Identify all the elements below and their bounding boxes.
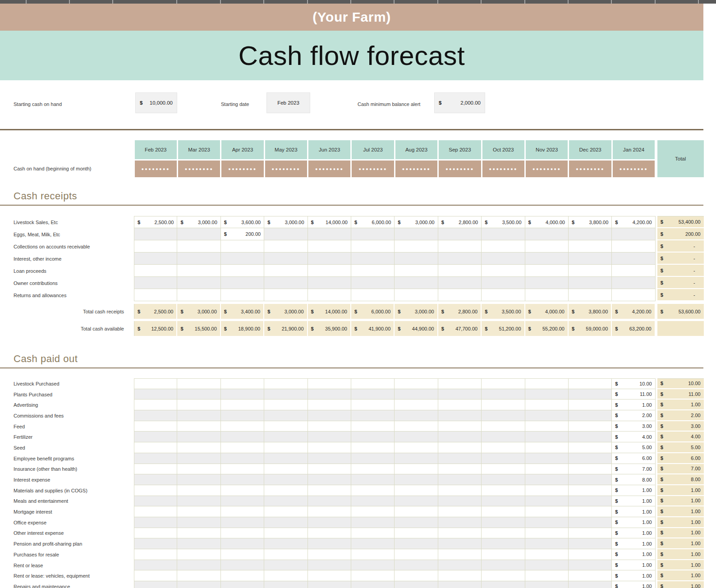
money-cell[interactable] — [134, 517, 177, 528]
cash-on-hand-value-cell[interactable]: ●●●●●●●● — [526, 161, 568, 177]
money-cell[interactable]: $1.00 — [612, 528, 655, 539]
money-cell[interactable] — [351, 442, 395, 453]
money-cell[interactable]: $2,500.00 — [134, 304, 177, 319]
money-cell[interactable] — [525, 528, 569, 539]
money-cell[interactable] — [525, 581, 569, 588]
money-cell[interactable] — [569, 581, 612, 588]
money-cell[interactable] — [395, 389, 438, 400]
money-cell[interactable] — [351, 506, 395, 517]
money-cell[interactable] — [525, 265, 569, 277]
row-total-cell[interactable]: $6.00 — [657, 453, 704, 464]
money-cell[interactable]: $41,900.00 — [351, 321, 395, 336]
money-cell[interactable] — [482, 421, 525, 432]
cash-on-hand-value-cell[interactable]: ●●●●●●●● — [265, 161, 307, 177]
money-cell[interactable] — [134, 289, 177, 301]
money-cell[interactable] — [308, 474, 351, 485]
row-total-cell[interactable]: $7.00 — [657, 464, 704, 475]
row-total-cell[interactable]: $- — [657, 253, 704, 265]
money-cell[interactable] — [569, 506, 612, 517]
money-cell[interactable]: $3,000.00 — [177, 216, 220, 228]
money-cell[interactable]: $8.00 — [612, 474, 655, 485]
money-cell[interactable] — [525, 570, 569, 581]
money-cell[interactable] — [351, 570, 395, 581]
money-cell[interactable] — [221, 253, 264, 265]
money-cell[interactable] — [482, 517, 525, 528]
money-cell[interactable] — [134, 485, 177, 496]
money-cell[interactable] — [221, 570, 264, 581]
money-cell[interactable] — [134, 464, 177, 475]
money-cell[interactable] — [482, 581, 525, 588]
money-cell[interactable] — [134, 560, 177, 571]
money-cell[interactable] — [264, 389, 308, 400]
money-cell[interactable] — [438, 581, 482, 588]
money-cell[interactable] — [525, 389, 569, 400]
money-cell[interactable] — [569, 421, 612, 432]
money-cell[interactable] — [264, 506, 308, 517]
money-cell[interactable] — [134, 432, 177, 442]
money-cell[interactable]: $10.00 — [612, 378, 655, 389]
money-cell[interactable] — [482, 277, 525, 289]
money-cell[interactable] — [221, 265, 264, 277]
money-cell[interactable]: $3,000.00 — [395, 304, 438, 319]
money-cell[interactable] — [134, 581, 177, 588]
money-cell[interactable]: $21,900.00 — [264, 321, 308, 336]
money-cell[interactable]: $4.00 — [612, 432, 655, 442]
money-cell[interactable]: $1.00 — [612, 400, 655, 410]
money-cell[interactable]: $3,000.00 — [395, 216, 438, 228]
money-cell[interactable]: $15,500.00 — [177, 321, 220, 336]
money-cell[interactable] — [308, 253, 351, 265]
money-cell[interactable] — [482, 538, 525, 549]
money-cell[interactable] — [134, 265, 177, 277]
money-cell[interactable] — [569, 432, 612, 442]
money-cell[interactable] — [438, 228, 482, 240]
money-cell[interactable] — [395, 549, 438, 560]
money-cell[interactable] — [264, 253, 308, 265]
money-cell[interactable] — [308, 378, 351, 389]
money-cell[interactable] — [264, 474, 308, 485]
money-cell[interactable] — [438, 253, 482, 265]
money-cell[interactable] — [308, 464, 351, 475]
money-cell[interactable] — [569, 228, 612, 240]
money-cell[interactable] — [308, 496, 351, 507]
money-cell[interactable] — [395, 421, 438, 432]
money-cell[interactable] — [525, 240, 569, 253]
money-cell[interactable] — [134, 410, 177, 421]
money-cell[interactable] — [482, 378, 525, 389]
money-cell[interactable] — [177, 228, 220, 240]
row-total-cell[interactable]: $8.00 — [657, 474, 704, 485]
money-cell[interactable] — [482, 289, 525, 301]
money-cell[interactable] — [438, 528, 482, 539]
money-cell[interactable] — [569, 570, 612, 581]
money-cell[interactable] — [482, 228, 525, 240]
money-cell[interactable] — [525, 400, 569, 410]
money-cell[interactable] — [395, 442, 438, 453]
row-total-cell[interactable]: $1.00 — [657, 517, 704, 528]
money-cell[interactable] — [221, 496, 264, 507]
money-cell[interactable]: $4,000.00 — [525, 216, 569, 228]
money-cell[interactable]: $1.00 — [612, 485, 655, 496]
money-cell[interactable] — [569, 474, 612, 485]
money-cell[interactable] — [134, 442, 177, 453]
money-cell[interactable] — [525, 474, 569, 485]
money-cell[interactable] — [395, 253, 438, 265]
money-cell[interactable] — [264, 538, 308, 549]
money-cell[interactable]: $7.00 — [612, 464, 655, 475]
money-cell[interactable] — [308, 453, 351, 464]
money-cell[interactable] — [569, 240, 612, 253]
money-cell[interactable] — [308, 442, 351, 453]
money-cell[interactable] — [134, 453, 177, 464]
money-cell[interactable] — [395, 277, 438, 289]
money-cell[interactable]: $1.00 — [612, 560, 655, 571]
money-cell[interactable] — [177, 496, 220, 507]
cash-on-hand-value-cell[interactable]: ●●●●●●●● — [352, 161, 394, 177]
money-cell[interactable] — [177, 442, 220, 453]
money-cell[interactable] — [134, 240, 177, 253]
money-cell[interactable]: $4,000.00 — [525, 304, 569, 319]
money-cell[interactable] — [395, 289, 438, 301]
money-cell[interactable] — [525, 432, 569, 442]
money-cell[interactable] — [308, 400, 351, 410]
money-cell[interactable]: $1.00 — [612, 496, 655, 507]
money-cell[interactable] — [134, 570, 177, 581]
money-cell[interactable] — [438, 570, 482, 581]
money-cell[interactable] — [134, 474, 177, 485]
